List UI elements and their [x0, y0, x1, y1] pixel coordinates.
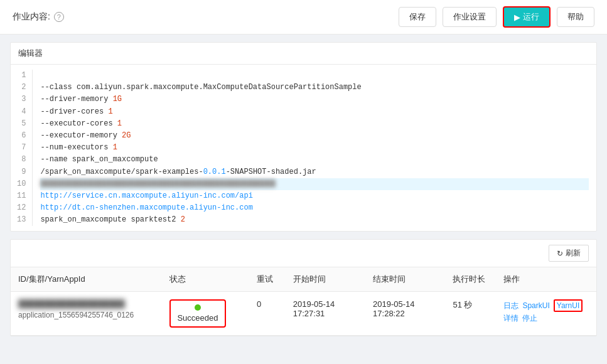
run-label: 运行 [523, 11, 539, 23]
log-link[interactable]: 日志 [503, 301, 518, 311]
refresh-label: 刷新 [566, 248, 581, 259]
code-area[interactable]: --class com.aliyun.spark.maxcompute.MaxC… [33, 70, 596, 226]
app-id-text: application_1556594255746_0126 [18, 311, 154, 319]
code-line-1 [40, 70, 589, 82]
col-header-end: 结束时间 [365, 267, 445, 292]
code-line-3: --driver-memory 1G [40, 94, 589, 105]
editor-title: 编辑器 [11, 43, 596, 65]
editor-section: 编辑器 12345 678910 111213 --class com.aliy… [10, 42, 597, 232]
action-row-1: 日志 SparkUI YarnUI [503, 299, 589, 312]
header-bar: 作业内容: ? 保存 作业设置 ▶ 运行 帮助 [0, 0, 607, 35]
action-row-2: 详情 停止 [503, 313, 589, 324]
table-header-row: ID/集群/YarnAppId 状态 重试 开始时间 结束时间 执行时长 操作 [11, 267, 596, 292]
col-header-start: 开始时间 [286, 267, 365, 292]
refresh-button[interactable]: ↻ 刷新 [549, 245, 589, 262]
col-header-status: 状态 [162, 267, 249, 292]
save-button[interactable]: 保存 [399, 7, 436, 27]
cell-id: ████████████████████ application_1556594… [11, 292, 162, 336]
retry-label: 重试 [257, 274, 273, 284]
header-right: 保存 作业设置 ▶ 运行 帮助 [399, 6, 594, 28]
cell-retry: 0 [249, 292, 286, 336]
line-numbers: 12345 678910 111213 [11, 70, 33, 226]
cell-end-time: 2019-05-1417:28:22 [365, 292, 445, 336]
bottom-toolbar: ↻ 刷新 [11, 240, 596, 267]
code-line-10: ████████████████████████████████████████… [40, 178, 589, 190]
col-header-duration: 执行时长 [445, 267, 496, 292]
code-line-13: spark_on_maxcompute sparktest2 2 [40, 214, 589, 226]
code-line-4: --driver-cores 1 [40, 106, 589, 118]
cell-duration: 51 秒 [445, 292, 496, 336]
editor-content: 12345 678910 111213 --class com.aliyun.s… [11, 65, 596, 231]
col-header-id: ID/集群/YarnAppId [11, 267, 162, 292]
bottom-section: ↻ 刷新 ID/集群/YarnAppId 状态 重试 开始时间 结束时间 执行时… [10, 239, 597, 336]
code-line-2: --class com.aliyun.spark.maxcompute.MaxC… [40, 82, 589, 94]
stop-link[interactable]: 停止 [522, 313, 537, 324]
page-container: 作业内容: ? 保存 作业设置 ▶ 运行 帮助 编辑器 12345 678910… [0, 0, 607, 364]
table-row: ████████████████████ application_1556594… [11, 292, 596, 336]
code-line-8: --name spark_on_maxcompute [40, 154, 589, 166]
col-header-action: 操作 [496, 267, 596, 292]
code-line-6: --executor-memory 2G [40, 130, 589, 142]
code-line-5: --executor-cores 1 [40, 118, 589, 130]
code-line-11: http://service.cn.maxcompute.aliyun-inc.… [40, 190, 589, 202]
status-badge: Succeeded [169, 299, 226, 328]
results-table: ID/集群/YarnAppId 状态 重试 开始时间 结束时间 执行时长 操作 [11, 267, 596, 336]
code-line-12: http://dt.cn-shenzhen.maxcompute.aliyun-… [40, 202, 589, 214]
code-line-9: /spark_on_maxcompute/spark-examples-0.0.… [40, 166, 589, 178]
app-id-blurred: ████████████████████ [18, 299, 154, 308]
job-settings-button[interactable]: 作业设置 [443, 7, 497, 27]
code-line-7: --num-executors 1 [40, 142, 589, 154]
status-dot [195, 304, 201, 311]
help-button[interactable]: 帮助 [557, 7, 594, 27]
spark-ui-link[interactable]: SparkUI [522, 301, 549, 310]
yarn-ui-link[interactable]: YarnUI [554, 299, 583, 312]
details-link[interactable]: 详情 [503, 313, 518, 324]
status-text: Succeeded [177, 313, 218, 323]
run-icon: ▶ [514, 13, 520, 22]
header-left: 作业内容: ? [13, 11, 64, 23]
cell-status: Succeeded [162, 292, 249, 336]
duration-label: 执行时长 [453, 274, 485, 284]
col-header-retry: 重试 [249, 267, 286, 292]
title-help-icon[interactable]: ? [54, 12, 64, 22]
page-title: 作业内容: [13, 11, 50, 23]
cell-action: 日志 SparkUI YarnUI 详情 停止 [496, 292, 596, 336]
refresh-icon: ↻ [557, 249, 563, 258]
run-button[interactable]: ▶ 运行 [503, 6, 551, 28]
action-links: 日志 SparkUI YarnUI 详情 停止 [503, 299, 589, 324]
cell-start-time: 2019-05-1417:27:31 [286, 292, 365, 336]
